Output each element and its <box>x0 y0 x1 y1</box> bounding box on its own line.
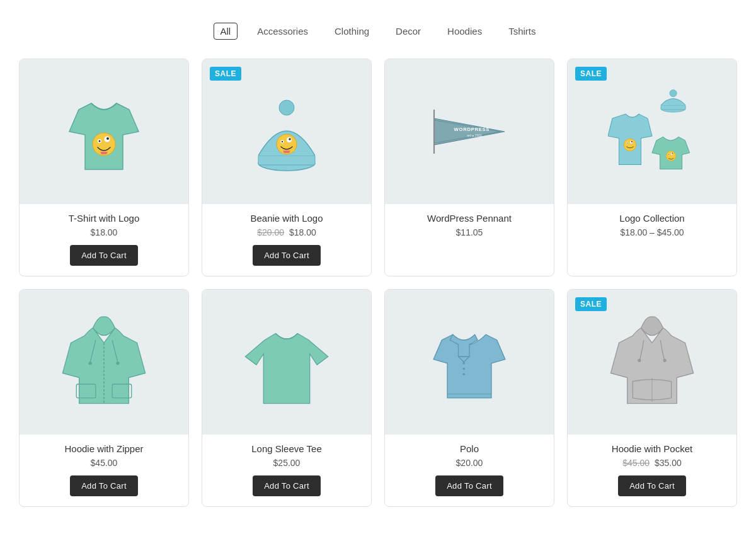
svg-point-34 <box>89 361 92 365</box>
product-info-beanie-logo: Beanie with Logo $20.00 $18.00 Add To Ca… <box>202 204 371 266</box>
filter-bar: All Accessories Clothing Decor Hoodies T… <box>19 13 737 59</box>
svg-point-37 <box>463 368 466 370</box>
product-name-hoodie-zipper: Hoodie with Zipper <box>64 443 143 454</box>
product-price-beanie-logo: $20.00 $18.00 <box>257 227 316 237</box>
filter-tab-accessories[interactable]: Accessories <box>250 23 315 40</box>
product-price-long-sleeve-tee: $25.00 <box>273 458 301 468</box>
svg-point-7 <box>279 100 294 115</box>
svg-point-23 <box>627 143 627 144</box>
product-image-logo-collection <box>568 59 736 204</box>
longsleeve-icon <box>243 312 331 412</box>
product-price-logo-collection: $18.00 – $45.00 <box>620 227 684 237</box>
product-info-tshirt-logo: T-Shirt with Logo $18.00 Add To Cart <box>20 204 188 266</box>
product-name-tshirt-logo: T-Shirt with Logo <box>69 213 140 224</box>
svg-point-10 <box>282 141 283 142</box>
product-name-logo-collection: Logo Collection <box>619 213 684 224</box>
svg-rect-19 <box>661 105 685 110</box>
filter-tab-clothing[interactable]: Clothing <box>328 23 376 40</box>
product-card-wp-pennant: WORDPRESS est ● 2003 WordPress Pennant $… <box>384 59 554 276</box>
filter-tab-tshirts[interactable]: Tshirts <box>501 23 542 40</box>
product-price-wp-pennant: $11.05 <box>456 227 483 237</box>
svg-point-28 <box>668 154 669 155</box>
page-wrapper: All Accessories Clothing Decor Hoodies T… <box>0 0 756 520</box>
sale-badge-collection: SALE <box>575 67 607 81</box>
svg-point-38 <box>463 373 466 376</box>
polo-icon <box>425 312 513 412</box>
svg-point-29 <box>671 152 673 155</box>
hoodie-zipper-icon <box>60 312 148 412</box>
product-card-long-sleeve-tee: Long Sleeve Tee $25.00 Add To Cart <box>202 289 372 507</box>
svg-point-4 <box>106 137 109 140</box>
sale-badge-beanie: SALE <box>210 67 241 81</box>
svg-rect-6 <box>258 156 315 165</box>
svg-point-20 <box>670 90 677 97</box>
product-image-hoodie-pocket <box>568 290 736 435</box>
product-card-tshirt-logo: T-Shirt with Logo $18.00 Add To Cart <box>19 59 189 276</box>
pennant-icon: WORDPRESS est ● 2003 <box>425 81 513 182</box>
original-price-beanie: $20.00 <box>257 227 284 237</box>
product-card-hoodie-zipper: Hoodie with Zipper $45.00 Add To Cart <box>19 289 189 507</box>
add-to-cart-long-sleeve-tee[interactable]: Add To Cart <box>253 475 321 496</box>
add-to-cart-hoodie-zipper[interactable]: Add To Cart <box>70 475 138 496</box>
collection-icon <box>608 81 696 182</box>
product-image-wp-pennant: WORDPRESS est ● 2003 <box>385 59 554 204</box>
tshirt-logo-icon <box>60 81 148 182</box>
svg-point-2 <box>99 140 101 142</box>
svg-text:est ● 2003: est ● 2003 <box>467 134 482 137</box>
product-price-hoodie-pocket: $45.00 $35.00 <box>622 458 682 468</box>
svg-point-36 <box>463 362 466 365</box>
product-info-wp-pennant: WordPress Pennant $11.05 <box>385 204 554 245</box>
product-card-logo-collection: SALE <box>567 59 737 276</box>
hoodie-pocket-icon <box>608 312 696 412</box>
product-card-polo: Polo $20.00 Add To Cart <box>384 289 554 507</box>
product-name-wp-pennant: WordPress Pennant <box>427 213 512 224</box>
product-image-tshirt-logo <box>20 59 188 204</box>
product-image-polo <box>385 290 554 435</box>
beanie-logo-icon <box>243 81 331 182</box>
product-name-beanie-logo: Beanie with Logo <box>250 213 323 224</box>
svg-point-42 <box>663 359 667 362</box>
product-card-beanie-logo: SALE <box>202 59 372 276</box>
add-to-cart-tshirt-logo[interactable]: Add To Cart <box>70 245 138 266</box>
product-info-logo-collection: Logo Collection $18.00 – $45.00 <box>568 204 736 245</box>
svg-point-30 <box>672 152 673 154</box>
original-price-hoodie-pocket: $45.00 <box>622 458 650 468</box>
filter-tab-hoodies[interactable]: Hoodies <box>440 23 489 40</box>
svg-text:WORDPRESS: WORDPRESS <box>454 127 490 132</box>
svg-point-41 <box>638 359 641 362</box>
product-grid: T-Shirt with Logo $18.00 Add To Cart SAL… <box>19 59 737 507</box>
product-name-hoodie-pocket: Hoodie with Pocket <box>612 443 692 454</box>
product-image-hoodie-zipper <box>20 290 188 435</box>
filter-tab-decor[interactable]: Decor <box>389 23 428 40</box>
svg-point-35 <box>116 361 119 365</box>
product-info-long-sleeve-tee: Long Sleeve Tee $25.00 Add To Cart <box>202 435 371 496</box>
add-to-cart-polo[interactable]: Add To Cart <box>435 475 503 496</box>
product-price-polo: $20.00 <box>456 458 483 468</box>
product-image-beanie-logo <box>202 59 371 204</box>
product-name-polo: Polo <box>460 443 479 454</box>
product-info-polo: Polo $20.00 Add To Cart <box>385 435 554 496</box>
svg-point-21 <box>624 139 636 151</box>
product-info-hoodie-zipper: Hoodie with Zipper $45.00 Add To Cart <box>20 435 188 496</box>
add-to-cart-beanie-logo[interactable]: Add To Cart <box>253 245 321 266</box>
product-card-hoodie-pocket: SALE Hoodi <box>567 289 737 507</box>
product-info-hoodie-pocket: Hoodie with Pocket $45.00 $35.00 Add To … <box>568 435 736 496</box>
svg-point-12 <box>289 138 291 140</box>
sale-price-beanie: $18.00 <box>289 227 316 237</box>
product-price-tshirt-logo: $18.00 <box>91 227 118 237</box>
sale-price-hoodie-pocket: $35.00 <box>655 458 682 468</box>
add-to-cart-hoodie-pocket[interactable]: Add To Cart <box>618 475 686 496</box>
product-name-long-sleeve-tee: Long Sleeve Tee <box>251 443 321 454</box>
svg-point-25 <box>631 141 633 142</box>
filter-tab-all[interactable]: All <box>214 23 238 40</box>
sale-badge-hoodie-pocket: SALE <box>575 297 607 311</box>
product-image-long-sleeve-tee <box>202 290 371 435</box>
product-price-hoodie-zipper: $45.00 <box>91 458 118 468</box>
